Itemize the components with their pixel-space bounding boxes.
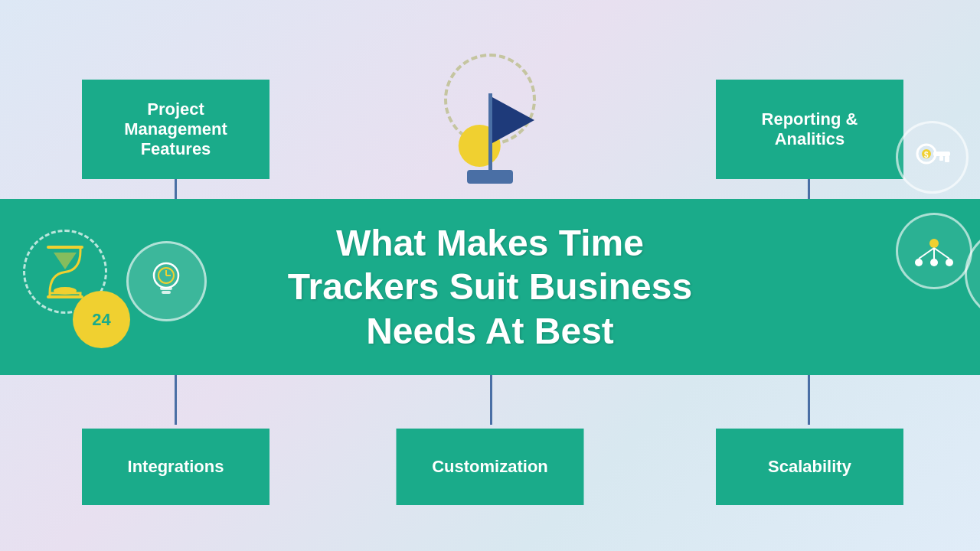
integrations-label: Integrations [128, 457, 224, 477]
scalability-label: Scalability [768, 457, 851, 477]
svg-text:$: $ [924, 151, 929, 159]
hourglass-svg [42, 243, 88, 301]
svg-marker-2 [54, 253, 77, 269]
banner-title: What Makes Time Trackers Suit Business N… [288, 221, 692, 354]
connector-scalability-vertical [808, 375, 810, 425]
svg-rect-6 [162, 291, 171, 294]
banner-title-line3: Needs At Best [366, 311, 614, 351]
reporting-analytics-box: Reporting & Analitics [716, 80, 903, 179]
svg-rect-34 [945, 156, 949, 162]
banner-title-line2: Trackers Suit Business [288, 266, 692, 307]
dollar-circle: $ [896, 121, 969, 194]
flag-triangle [492, 97, 534, 143]
lightbulb-circle [126, 241, 207, 321]
svg-rect-35 [939, 156, 943, 161]
dollar-svg: $ [910, 135, 956, 181]
reporting-analytics-label: Reporting & Analitics [731, 109, 888, 149]
svg-line-28 [919, 248, 934, 259]
flag-base [467, 170, 513, 184]
banner-title-line1: What Makes Time [336, 223, 644, 263]
scalability-box: Scalability [716, 429, 903, 505]
lightbulb-svg [145, 259, 188, 305]
svg-rect-33 [933, 152, 950, 156]
circle-24: 24 [73, 291, 130, 348]
connector-customization-vertical [490, 375, 492, 425]
analytics-svg [911, 228, 957, 274]
svg-point-27 [930, 259, 938, 266]
connector-integrations-vertical [175, 375, 177, 425]
circle-24-label: 24 [92, 310, 110, 330]
svg-point-26 [946, 259, 953, 266]
svg-rect-5 [160, 287, 172, 290]
flag-icon [436, 15, 544, 184]
svg-line-29 [934, 248, 949, 259]
svg-point-24 [929, 239, 939, 248]
project-management-label: Project Management Features [97, 99, 254, 159]
customization-label: Customization [432, 457, 548, 477]
integrations-box: Integrations [82, 429, 270, 505]
flag-pole [488, 93, 492, 170]
analytics-circle [896, 213, 972, 289]
customization-box: Customization [397, 429, 584, 505]
project-management-box: Project Management Features [82, 80, 270, 179]
left-icons-group: 24 [15, 207, 245, 367]
svg-point-3 [54, 287, 77, 295]
svg-point-25 [915, 259, 923, 266]
